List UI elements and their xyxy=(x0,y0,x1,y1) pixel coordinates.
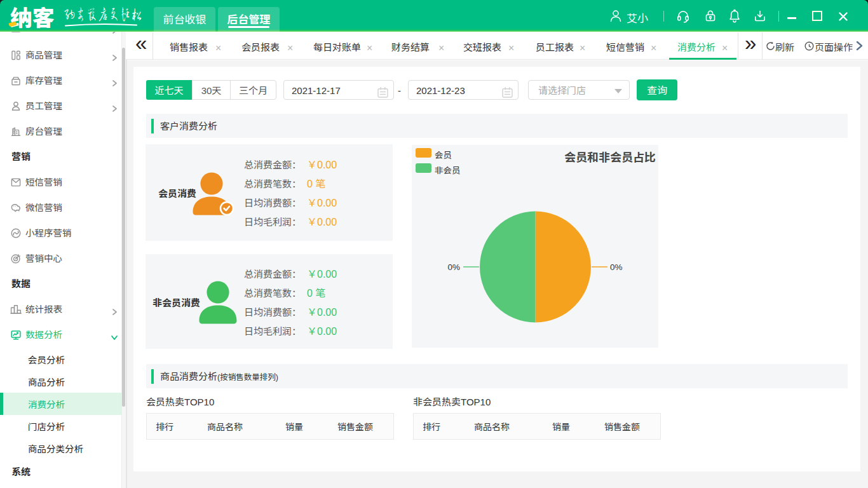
svg-text:0%: 0% xyxy=(610,262,623,272)
svg-text:0%: 0% xyxy=(447,262,460,272)
